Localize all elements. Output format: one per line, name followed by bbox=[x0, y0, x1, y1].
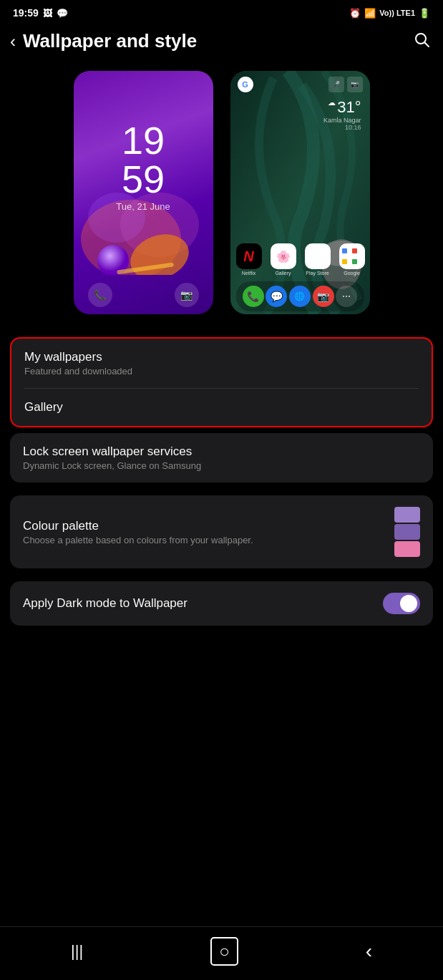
lock-screen-services-title: Lock screen wallpaper services bbox=[23, 445, 420, 459]
google-app: Google bbox=[339, 243, 365, 276]
lock-screen-services-subtitle: Dynamic Lock screen, Glance on Samsung bbox=[23, 460, 420, 471]
playstore-label: Play Store bbox=[306, 271, 328, 276]
bottom-nav: ||| ○ ‹ bbox=[0, 926, 443, 980]
home-top-icons: 🎤 📷 bbox=[328, 77, 363, 92]
lock-date: Tue, 21 June bbox=[116, 201, 170, 212]
home-top-bar: G 🎤 📷 bbox=[230, 71, 370, 95]
header-left: ‹ Wallpaper and style bbox=[10, 30, 197, 52]
alarm-icon: ⏰ bbox=[349, 8, 361, 19]
back-button[interactable]: ‹ bbox=[10, 31, 16, 52]
google-logo: G bbox=[238, 77, 253, 92]
internet-app: 🌐 bbox=[289, 286, 311, 307]
my-wallpapers-text: My wallpapers Featured and downloaded bbox=[24, 350, 419, 377]
home-content: G 🎤 📷 ☁ 31° Kamla Nagar 10:16 N bbox=[230, 71, 370, 314]
app-icons-row: N Netflix 🌸 Gallery ▶ Play Store bbox=[230, 243, 370, 276]
colour-palette-item[interactable]: Colour palette Choose a palette based on… bbox=[10, 495, 433, 568]
dark-mode-toggle[interactable] bbox=[383, 593, 420, 614]
gallery-title: Gallery bbox=[24, 400, 419, 414]
dark-mode-section: Apply Dark mode to Wallpaper bbox=[10, 581, 433, 626]
camera-icon: 📷 bbox=[175, 283, 199, 307]
colour-palette-section: Colour palette Choose a palette based on… bbox=[10, 495, 433, 568]
playstore-icon: ▶ bbox=[305, 243, 331, 269]
battery-icon: 🔋 bbox=[419, 8, 430, 19]
camera-app: 📷 bbox=[313, 286, 334, 307]
gallery-text: Gallery bbox=[24, 400, 419, 414]
status-left: 19:59 🖼 💬 bbox=[13, 7, 68, 19]
signal-text: Vo)) LTE1 bbox=[379, 9, 415, 17]
whatsapp-icon: 💬 bbox=[57, 8, 68, 19]
colour-palette-title: Colour palette bbox=[23, 519, 386, 533]
palette-color-1 bbox=[394, 507, 420, 523]
wifi-icon: 📶 bbox=[364, 8, 376, 19]
header: ‹ Wallpaper and style bbox=[0, 23, 443, 64]
search-button[interactable] bbox=[413, 31, 430, 52]
status-bar: 19:59 🖼 💬 ⏰ 📶 Vo)) LTE1 🔋 bbox=[0, 0, 443, 23]
status-right: ⏰ 📶 Vo)) LTE1 🔋 bbox=[349, 8, 430, 19]
colour-palette-subtitle: Choose a palette based on colours from y… bbox=[23, 535, 386, 545]
lock-screen-services-text: Lock screen wallpaper services Dynamic L… bbox=[23, 445, 420, 471]
lock-screen-services-section: Lock screen wallpaper services Dynamic L… bbox=[10, 433, 433, 482]
gallery-label: Gallery bbox=[275, 271, 291, 276]
gallery-app: 🌸 Gallery bbox=[271, 243, 296, 276]
lock-time: 19 59 bbox=[116, 121, 170, 198]
preview-area: 19 59 Tue, 21 June 📞 📷 bbox=[0, 64, 443, 331]
google-icon bbox=[339, 243, 365, 269]
page-title: Wallpaper and style bbox=[23, 30, 197, 52]
toggle-knob bbox=[400, 595, 417, 612]
my-wallpapers-title: My wallpapers bbox=[24, 350, 419, 364]
home-button[interactable]: ○ bbox=[210, 937, 238, 966]
gallery-item[interactable]: Gallery bbox=[11, 389, 432, 426]
dark-mode-text: Apply Dark mode to Wallpaper bbox=[23, 596, 383, 611]
netflix-icon: N bbox=[236, 243, 262, 269]
phone-app: 📞 bbox=[243, 286, 264, 307]
svg-line-1 bbox=[425, 42, 429, 47]
home-dock: 📞 💬 🌐 📷 ⋯ bbox=[236, 281, 364, 311]
dark-mode-title: Apply Dark mode to Wallpaper bbox=[23, 596, 383, 611]
back-nav-button[interactable]: ‹ bbox=[351, 936, 386, 967]
gallery-icon: 🌸 bbox=[271, 243, 296, 269]
colour-palette-text: Colour palette Choose a palette based on… bbox=[23, 519, 386, 545]
google-label: Google bbox=[344, 271, 360, 276]
status-time: 19:59 bbox=[13, 7, 39, 19]
netflix-app: N Netflix bbox=[236, 243, 262, 276]
home-screen-preview[interactable]: G 🎤 📷 ☁ 31° Kamla Nagar 10:16 N bbox=[230, 71, 370, 314]
my-wallpapers-subtitle: Featured and downloaded bbox=[24, 366, 419, 377]
phone-icon: 📞 bbox=[88, 283, 112, 307]
netflix-label: Netflix bbox=[242, 271, 255, 276]
wallpapers-section: My wallpapers Featured and downloaded Ga… bbox=[10, 337, 433, 427]
home-time2: 10:16 bbox=[238, 124, 361, 131]
palette-color-3 bbox=[394, 541, 420, 557]
dark-mode-item[interactable]: Apply Dark mode to Wallpaper bbox=[10, 581, 433, 626]
playstore-app: ▶ Play Store bbox=[305, 243, 331, 276]
messages-app: 💬 bbox=[266, 286, 287, 307]
my-wallpapers-item[interactable]: My wallpapers Featured and downloaded bbox=[11, 339, 432, 388]
palette-color-2 bbox=[394, 524, 420, 540]
home-weather: ☁ 31° Kamla Nagar 10:16 bbox=[230, 95, 370, 134]
recents-button[interactable]: ||| bbox=[57, 938, 97, 965]
lock-screen-preview[interactable]: 19 59 Tue, 21 June 📞 📷 bbox=[74, 71, 213, 314]
image-icon: 🖼 bbox=[43, 8, 52, 19]
lock-bottom-icons: 📞 📷 bbox=[74, 283, 213, 307]
apps-button: ⋯ bbox=[336, 286, 357, 307]
lock-screen-services-item[interactable]: Lock screen wallpaper services Dynamic L… bbox=[10, 433, 433, 482]
home-location: Kamla Nagar bbox=[238, 117, 361, 124]
palette-swatch bbox=[394, 507, 420, 557]
